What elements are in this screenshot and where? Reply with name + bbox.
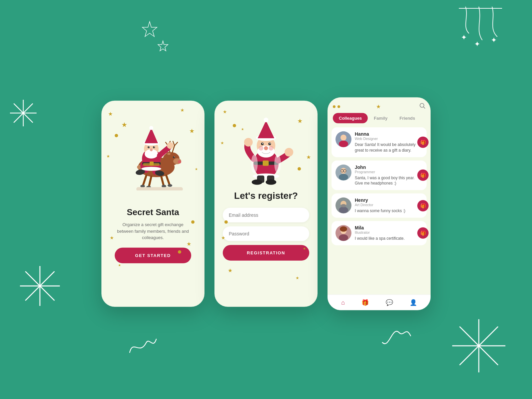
svg-marker-16 xyxy=(142,22,157,37)
person-info-john: John Programmer Santa, I was a good boy … xyxy=(355,164,423,186)
svg-rect-61 xyxy=(136,187,183,191)
svg-point-100 xyxy=(341,204,346,207)
password-input[interactable] xyxy=(223,226,309,241)
nav-chat-icon[interactable]: 💬 xyxy=(386,299,393,306)
svg-line-32 xyxy=(143,176,146,186)
mila-name: Mila xyxy=(355,225,423,230)
person-card-henry: Henry Art Director I wanna some funny so… xyxy=(332,194,427,218)
svg-point-22 xyxy=(173,156,175,158)
bg-star-outline-right xyxy=(452,319,505,372)
email-input[interactable] xyxy=(223,208,309,222)
decoration-dots xyxy=(333,105,340,108)
henry-role: Art Director xyxy=(355,203,423,207)
svg-point-90 xyxy=(339,141,348,147)
svg-point-77 xyxy=(262,143,263,144)
john-role: Programmer xyxy=(355,170,423,174)
svg-point-103 xyxy=(339,234,348,241)
tab-family[interactable]: Family xyxy=(368,113,393,123)
svg-text:✦: ✦ xyxy=(474,40,480,48)
svg-point-72 xyxy=(259,146,263,151)
star-outline-tl xyxy=(140,20,160,40)
svg-point-51 xyxy=(150,149,153,151)
svg-point-68 xyxy=(252,180,262,185)
svg-point-89 xyxy=(340,135,346,141)
welcome-subtitle: Organize a secret gift exchange between … xyxy=(115,221,191,241)
dot-2 xyxy=(337,105,340,108)
star-deco: ★ xyxy=(376,103,381,110)
svg-marker-17 xyxy=(158,41,168,51)
svg-point-23 xyxy=(174,157,175,157)
svg-point-52 xyxy=(148,146,150,148)
svg-line-34 xyxy=(161,177,164,186)
person-card-john: John Programmer Santa, I was a good boy … xyxy=(332,160,427,190)
svg-point-82 xyxy=(244,138,253,147)
gift-button-mila[interactable]: 🎁 xyxy=(417,227,429,239)
screens-container: ★ ★ ★ ★ ★ ★ ★ ★ ★ xyxy=(101,97,431,310)
search-icon xyxy=(419,103,425,109)
svg-point-85 xyxy=(274,155,281,173)
svg-line-15 xyxy=(460,327,498,365)
svg-point-74 xyxy=(264,146,268,150)
svg-point-55 xyxy=(154,147,155,147)
tab-colleagues[interactable]: Colleagues xyxy=(333,113,368,123)
deco-star: ★ xyxy=(296,276,299,280)
svg-point-54 xyxy=(149,147,149,147)
svg-marker-57 xyxy=(145,128,158,143)
avatar-john xyxy=(335,164,351,180)
svg-point-78 xyxy=(270,143,271,144)
person-info-hanna: Hanna Web Designer Dear Santa! It would … xyxy=(355,131,423,153)
svg-line-29 xyxy=(175,142,178,146)
svg-point-104 xyxy=(340,226,347,232)
bottom-navigation: ⌂ 🎁 💬 👤 xyxy=(328,295,431,310)
mila-message: I would like a spa certificate. xyxy=(355,236,423,241)
svg-point-31 xyxy=(167,153,171,155)
henry-name: Henry xyxy=(355,198,423,203)
squiggle-bottom-right xyxy=(379,323,412,349)
gift-button-henry[interactable]: 🎁 xyxy=(417,200,429,211)
santa-standing-illustration xyxy=(221,107,311,191)
deco-star: ★ xyxy=(228,267,232,274)
gift-button-john[interactable]: 🎁 xyxy=(417,170,429,181)
registration-button[interactable]: REGISTRATION xyxy=(223,245,309,261)
svg-point-93 xyxy=(339,174,348,180)
svg-point-86 xyxy=(420,103,424,107)
hanna-message: Dear Santa! It would be absolutely great… xyxy=(355,142,423,153)
person-card-mila: Mila Illustrator I would like a spa cert… xyxy=(332,221,427,245)
nav-home-icon[interactable]: ⌂ xyxy=(341,299,345,306)
search-button[interactable] xyxy=(419,103,425,110)
person-info-mila: Mila Illustrator I would like a spa cert… xyxy=(355,225,423,241)
john-name: John xyxy=(355,164,423,170)
avatar-mila xyxy=(335,225,351,241)
svg-point-73 xyxy=(269,146,273,151)
gift-button-hanna[interactable]: 🎁 xyxy=(417,137,429,148)
tabs-row: Colleagues Family Friends xyxy=(328,113,431,123)
welcome-content: Secret Santa Organize a secret gift exch… xyxy=(108,204,198,300)
person-list: Hanna Web Designer Dear Santa! It would … xyxy=(328,127,431,295)
mila-role: Illustrator xyxy=(355,230,423,234)
nav-profile-icon[interactable]: 👤 xyxy=(410,299,417,306)
tab-friends[interactable]: Friends xyxy=(394,113,421,123)
svg-point-63 xyxy=(253,174,279,179)
svg-point-48 xyxy=(141,167,161,171)
register-form: REGISTRATION xyxy=(221,208,311,261)
register-title: Let's register? xyxy=(234,191,298,201)
henry-message: I wanna some funny socks :) xyxy=(355,208,423,214)
svg-point-38 xyxy=(162,185,166,188)
svg-line-87 xyxy=(424,107,425,108)
svg-point-39 xyxy=(168,184,172,187)
svg-line-35 xyxy=(166,176,170,185)
svg-marker-80 xyxy=(258,121,274,138)
svg-point-99 xyxy=(339,207,348,213)
svg-point-84 xyxy=(251,155,258,173)
squiggle-bottom xyxy=(126,332,160,359)
svg-line-33 xyxy=(149,177,151,187)
screen-register: ★ ★ ★ ★ ★ ★ ★ ★ ★ xyxy=(214,101,318,307)
hanna-name: Hanna xyxy=(355,131,423,137)
get-started-button[interactable]: GET STARTED xyxy=(115,247,191,263)
avatar-hanna xyxy=(335,131,351,147)
star-outline-tl2 xyxy=(156,40,170,53)
nav-gift-icon[interactable]: 🎁 xyxy=(361,299,369,306)
screen-list: ★ Colleagues Family Friends xyxy=(328,97,431,310)
svg-line-2 xyxy=(14,104,33,122)
svg-point-59 xyxy=(167,142,174,149)
